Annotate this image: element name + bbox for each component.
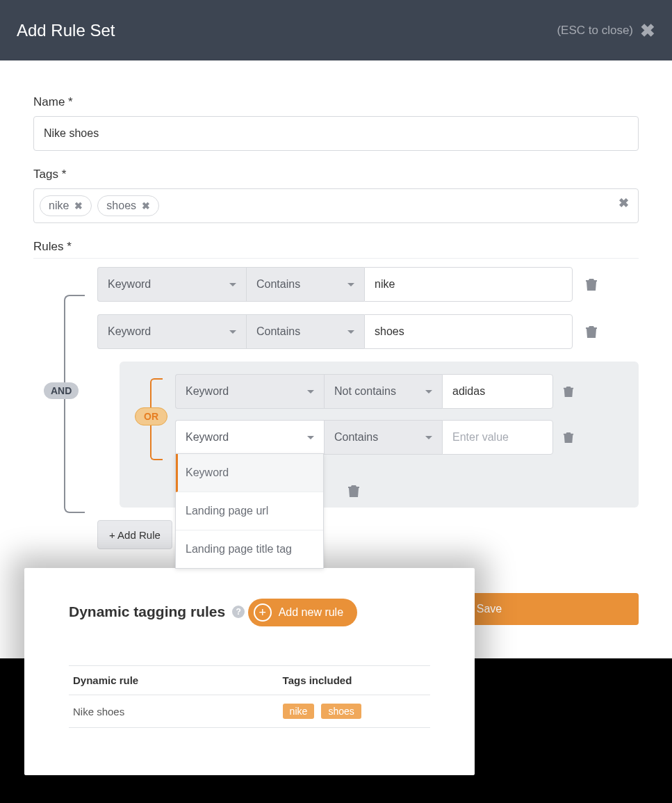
select-value: Keyword (108, 325, 151, 338)
rules-label: Rules * (33, 240, 639, 259)
tags-label: Tags * (33, 168, 639, 181)
close-icon[interactable]: ✖ (640, 22, 655, 40)
modal-header: Add Rule Set (ESC to close) ✖ (0, 0, 672, 60)
delete-rule-icon[interactable] (563, 431, 574, 444)
value-input[interactable] (364, 314, 573, 349)
select-value: Keyword (186, 431, 229, 444)
col-dynamic-rule: Dynamic rule (69, 666, 279, 695)
select-value: Keyword (186, 385, 229, 398)
field-select[interactable]: Keyword (97, 267, 246, 302)
rules-field: Rules * (33, 240, 639, 259)
value-input[interactable] (442, 374, 553, 409)
delete-group-icon[interactable] (347, 484, 360, 498)
card-title: Dynamic tagging rules ? (69, 603, 245, 620)
delete-rule-icon[interactable] (585, 325, 598, 339)
dropdown-option[interactable]: Landing page url (176, 492, 323, 530)
name-field: Name * (33, 95, 639, 151)
and-badge: AND (44, 382, 79, 399)
dropdown-option[interactable]: Landing page title tag (176, 530, 323, 568)
value-input[interactable] (364, 267, 573, 302)
cell-tags: nike shoes (279, 695, 430, 728)
chevron-down-icon (425, 390, 432, 394)
tag-chip: nike (283, 704, 315, 719)
operator-select[interactable]: Contains (324, 420, 442, 455)
operator-select[interactable]: Contains (246, 267, 364, 302)
add-new-rule-label: Add new rule (279, 606, 343, 619)
tag-text: shoes (106, 200, 136, 212)
remove-tag-icon[interactable]: ✖ (74, 200, 83, 211)
tag-chip: shoes (321, 704, 361, 719)
col-tags-included: Tags included (279, 666, 430, 695)
chevron-down-icon (425, 436, 432, 439)
select-value: Contains (256, 325, 300, 338)
or-badge: OR (135, 407, 167, 425)
remove-tag-icon[interactable]: ✖ (142, 200, 150, 211)
close-group: (ESC to close) ✖ (557, 22, 655, 40)
delete-rule-icon[interactable] (585, 277, 598, 291)
rules-table: Dynamic rule Tags included Nike shoes ni… (69, 665, 430, 728)
or-group: OR Keyword Not contains (120, 362, 639, 508)
value-input[interactable] (442, 420, 553, 455)
tags-input[interactable]: nike ✖ shoes ✖ (33, 188, 639, 223)
table-row[interactable]: Nike shoes nike shoes (69, 695, 430, 728)
name-label: Name * (33, 95, 639, 109)
operator-select[interactable]: Not contains (324, 374, 442, 409)
card-title-text: Dynamic tagging rules (69, 603, 225, 620)
help-icon[interactable]: ? (232, 606, 245, 618)
chevron-down-icon (307, 390, 314, 394)
select-value: Contains (256, 278, 300, 291)
dropdown-option[interactable]: Keyword (176, 454, 323, 492)
modal-title: Add Rule Set (17, 21, 115, 40)
rule-row: Keyword Contains (97, 314, 639, 349)
tag-pill: shoes ✖ (97, 195, 159, 216)
chevron-down-icon (229, 330, 236, 334)
chevron-down-icon (307, 436, 314, 439)
tag-pill: nike ✖ (40, 195, 92, 216)
chevron-down-icon (347, 330, 354, 334)
tag-text: nike (49, 200, 69, 212)
rule-stack: Keyword Contains Keyword (97, 267, 639, 549)
add-rule-set-modal: Add Rule Set (ESC to close) ✖ Name * Tag… (0, 0, 672, 658)
rules-area: AND Keyword Contains (33, 267, 639, 549)
operator-select[interactable]: Contains (246, 314, 364, 349)
field-dropdown-menu: Keyword Landing page url Landing page ti… (175, 453, 324, 569)
rule-row: Keyword Not contains (175, 374, 628, 409)
table-header-row: Dynamic rule Tags included (69, 666, 430, 695)
delete-rule-icon[interactable] (563, 385, 574, 398)
select-value: Keyword (108, 278, 151, 291)
chevron-down-icon (347, 283, 354, 286)
field-select[interactable]: Keyword (175, 374, 324, 409)
select-value: Contains (334, 431, 378, 444)
rule-row: Keyword Contains Keyword (175, 420, 628, 455)
name-input[interactable] (33, 116, 639, 151)
plus-icon: + (254, 603, 272, 622)
field-select[interactable]: Keyword (175, 420, 324, 455)
field-select[interactable]: Keyword (97, 314, 246, 349)
chevron-down-icon (229, 283, 236, 286)
dynamic-tagging-card: Dynamic tagging rules ? + Add new rule D… (24, 568, 475, 775)
add-rule-button[interactable]: + Add Rule (97, 520, 172, 549)
select-value: Not contains (334, 385, 396, 398)
clear-tags-icon[interactable]: ✖ (618, 195, 629, 211)
cell-rule-name: Nike shoes (69, 695, 279, 728)
add-new-rule-button[interactable]: + Add new rule (248, 599, 357, 626)
tags-field: Tags * nike ✖ shoes ✖ ✖ (33, 168, 639, 223)
and-bracket (64, 295, 85, 513)
esc-hint: (ESC to close) (557, 24, 633, 38)
rule-row: Keyword Contains (97, 267, 639, 302)
